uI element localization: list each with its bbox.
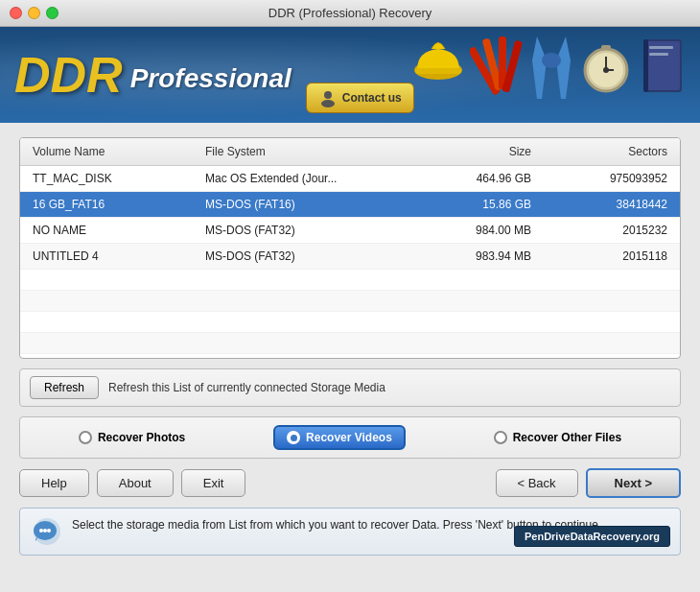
- cell-sectors: 2015232: [536, 221, 672, 240]
- maximize-button[interactable]: [46, 7, 58, 19]
- about-button[interactable]: About: [97, 469, 174, 497]
- table-row-empty: [20, 270, 680, 291]
- refresh-description: Refresh this List of currently connected…: [108, 381, 385, 394]
- cell-sectors: 975093952: [536, 169, 672, 188]
- col-volume-name: Volume Name: [28, 142, 200, 161]
- stopwatch-icon: [580, 32, 633, 99]
- svg-point-24: [47, 529, 51, 533]
- radio-circle-photos: [79, 431, 92, 444]
- watermark-text: PenDriveDataRecovery.org: [514, 526, 670, 547]
- header-tools: [412, 32, 690, 99]
- svg-rect-18: [649, 53, 668, 56]
- cell-volume: TT_MAC_DISK: [28, 169, 200, 188]
- svg-point-8: [542, 53, 561, 68]
- info-chat-icon: [32, 516, 62, 547]
- table-row-empty: [20, 312, 680, 333]
- table-row[interactable]: 16 GB_FAT16 MS-DOS (FAT16) 15.86 GB 3841…: [20, 192, 680, 218]
- radio-recover-photos[interactable]: Recover Photos: [79, 431, 185, 444]
- close-button[interactable]: [10, 7, 22, 19]
- cell-fs: MS-DOS (FAT32): [200, 247, 411, 266]
- svg-rect-3: [415, 68, 461, 74]
- svg-point-22: [39, 529, 43, 533]
- exit-button[interactable]: Exit: [181, 469, 246, 497]
- table-row-empty: [20, 291, 680, 312]
- logo-ddr-text: DDR: [14, 50, 123, 100]
- tools-icon: [470, 32, 523, 99]
- svg-rect-13: [601, 45, 611, 50]
- radio-recover-other[interactable]: Recover Other Files: [494, 431, 621, 444]
- app-logo: DDR Professional: [14, 50, 292, 100]
- button-row: Help About Exit < Back Next >: [19, 468, 681, 498]
- window-title: DDR (Professional) Recovery: [268, 6, 432, 20]
- cell-size: 983.94 MB: [411, 247, 536, 266]
- cell-fs: Mac OS Extended (Jour...: [200, 169, 411, 188]
- back-button[interactable]: < Back: [496, 469, 578, 497]
- minimize-button[interactable]: [28, 7, 40, 19]
- radio-label-photos: Recover Photos: [98, 431, 185, 444]
- table-row[interactable]: NO NAME MS-DOS (FAT32) 984.00 MB 2015232: [20, 218, 680, 244]
- next-button[interactable]: Next >: [586, 468, 681, 498]
- cell-fs: MS-DOS (FAT16): [200, 195, 411, 214]
- main-content: Volume Name File System Size Sectors TT_…: [0, 123, 700, 592]
- col-sectors: Sectors: [536, 142, 672, 161]
- radio-circle-videos: [287, 431, 300, 444]
- radio-label-other: Recover Other Files: [513, 431, 621, 444]
- refresh-button[interactable]: Refresh: [30, 376, 99, 399]
- contact-us-button[interactable]: Contact us: [306, 83, 414, 113]
- cell-sectors: 2015118: [536, 247, 672, 266]
- cell-sectors: 38418442: [536, 195, 672, 214]
- hardhat-icon: [412, 32, 465, 99]
- radio-circle-other: [494, 431, 507, 444]
- titlebar-buttons: [10, 7, 58, 19]
- svg-point-23: [43, 529, 47, 533]
- person-icon: [318, 88, 338, 107]
- radio-recover-videos[interactable]: Recover Videos: [273, 425, 406, 450]
- cell-volume: NO NAME: [28, 221, 200, 240]
- cell-volume: 16 GB_FAT16: [28, 195, 200, 214]
- pliers-icon: [527, 32, 575, 99]
- logo-professional-text: Professional: [130, 63, 292, 94]
- volume-table[interactable]: Volume Name File System Size Sectors TT_…: [19, 137, 681, 359]
- table-row[interactable]: UNTITLED 4 MS-DOS (FAT32) 983.94 MB 2015…: [20, 244, 680, 270]
- svg-point-0: [324, 91, 332, 99]
- book-icon: [638, 32, 690, 99]
- svg-point-14: [603, 67, 609, 73]
- info-box: Select the storage media from List from …: [19, 508, 681, 556]
- table-body[interactable]: TT_MAC_DISK Mac OS Extended (Jour... 464…: [20, 166, 680, 358]
- radio-label-videos: Recover Videos: [306, 431, 392, 444]
- cell-size: 464.96 GB: [411, 169, 536, 188]
- col-file-system: File System: [200, 142, 411, 161]
- table-header: Volume Name File System Size Sectors: [20, 138, 680, 166]
- col-size: Size: [411, 142, 536, 161]
- titlebar: DDR (Professional) Recovery: [0, 0, 700, 27]
- help-button[interactable]: Help: [19, 469, 89, 497]
- cell-fs: MS-DOS (FAT32): [200, 221, 411, 240]
- svg-rect-17: [649, 46, 673, 49]
- table-row-empty: [20, 333, 680, 354]
- app-header: DDR Professional Contact us: [0, 27, 700, 123]
- table-row[interactable]: TT_MAC_DISK Mac OS Extended (Jour... 464…: [20, 166, 680, 192]
- cell-volume: UNTITLED 4: [28, 247, 200, 266]
- recovery-type-row: Recover Photos Recover Videos Recover Ot…: [19, 416, 681, 459]
- refresh-row: Refresh Refresh this List of currently c…: [19, 368, 681, 407]
- svg-point-1: [321, 100, 335, 107]
- svg-rect-19: [643, 39, 648, 92]
- cell-size: 984.00 MB: [411, 221, 536, 240]
- cell-size: 15.86 GB: [411, 195, 536, 214]
- contact-label: Contact us: [342, 91, 402, 105]
